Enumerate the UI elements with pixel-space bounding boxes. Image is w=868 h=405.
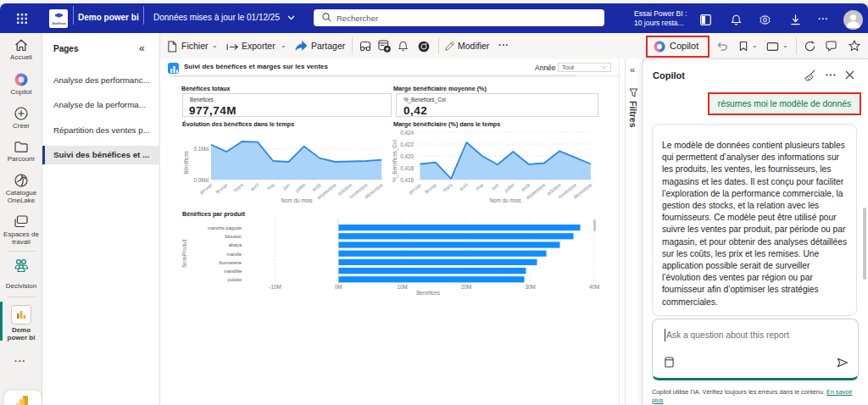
svg-text:40M: 40M	[589, 284, 599, 290]
svg-text:10M: 10M	[397, 284, 407, 290]
svg-text:mars: mars	[442, 182, 453, 193]
svg-text:Benefices: Benefices	[416, 290, 440, 296]
svg-text:juillet: juillet	[294, 182, 307, 194]
svg-text:bonneterie: bonneterie	[220, 260, 242, 265]
svg-text:0,418: 0,418	[400, 165, 414, 171]
svg-text:DeciVision: DeciVision	[52, 22, 65, 25]
svg-text:avril: avril	[459, 182, 469, 191]
svg-text:mai: mai	[475, 182, 484, 191]
svg-text:février: février	[215, 182, 229, 195]
svg-text:février: février	[424, 182, 437, 195]
svg-text:manche pagode: manche pagode	[208, 225, 242, 230]
svg-text:août: août	[520, 182, 531, 192]
svg-text:avril: avril	[249, 182, 259, 191]
svg-text:0M: 0M	[335, 284, 342, 290]
svg-text:-10M: -10M	[269, 284, 281, 290]
svg-text:0,416: 0,416	[400, 177, 414, 183]
svg-text:Nom du mois: Nom du mois	[281, 197, 312, 203]
svg-text:mai: mai	[266, 182, 275, 191]
svg-text:0.1Md: 0.1Md	[193, 146, 209, 152]
svg-text:culotte: culotte	[228, 277, 242, 282]
svg-text:août: août	[311, 182, 322, 192]
svg-text:0,420: 0,420	[400, 153, 414, 159]
svg-text:janvier: janvier	[198, 182, 214, 196]
svg-text:20M: 20M	[461, 284, 471, 290]
svg-text:30M: 30M	[525, 284, 535, 290]
svg-text:janvier: janvier	[407, 182, 422, 196]
svg-text:manille: manille	[226, 252, 242, 257]
svg-text:0,422: 0,422	[400, 141, 414, 147]
svg-text:NomProduit: NomProduit	[181, 239, 187, 267]
svg-text:%_Benefices_Col: %_Benefices_Col	[392, 140, 398, 182]
svg-text:0,424: 0,424	[400, 130, 414, 136]
svg-text:abaya: abaya	[229, 242, 242, 247]
svg-text:juin: juin	[490, 182, 500, 191]
svg-text:juillet: juillet	[503, 182, 515, 194]
svg-text:juin: juin	[281, 182, 292, 191]
svg-text:Bénéfices: Bénéfices	[183, 151, 189, 175]
svg-text:mars: mars	[232, 182, 244, 193]
svg-text:blouson: blouson	[225, 234, 242, 239]
svg-text:Nom du mois: Nom du mois	[489, 197, 520, 203]
svg-text:mandille: mandille	[224, 269, 242, 274]
svg-text:0.0Md: 0.0Md	[193, 177, 209, 183]
